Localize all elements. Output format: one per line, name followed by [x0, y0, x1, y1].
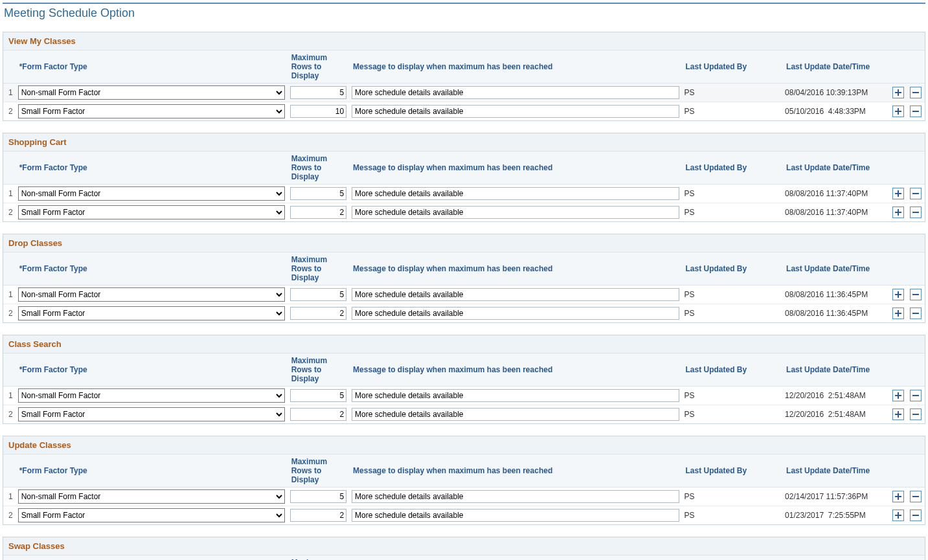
col-header-form-factor: Form Factor Type [16, 50, 288, 84]
col-header-form-factor: Form Factor Type [16, 353, 288, 386]
col-header-message: Message to display when maximum has been… [349, 252, 681, 286]
updated-by-value: PS [685, 107, 695, 116]
add-row-button[interactable] [892, 87, 904, 98]
row-number: 1 [3, 286, 16, 304]
max-rows-input[interactable] [290, 86, 346, 99]
form-factor-select[interactable]: Non-small Form FactorSmall Form Factor [18, 508, 285, 522]
update-datetime-value: 12/20/2016 2:51:48AM [785, 410, 866, 419]
delete-row-button[interactable] [910, 409, 922, 420]
minus-icon [912, 107, 920, 115]
form-factor-select[interactable]: Non-small Form FactorSmall Form Factor [18, 85, 285, 100]
section: Update ClassesForm Factor TypeMaximum Ro… [3, 436, 925, 525]
max-rows-input[interactable] [290, 105, 346, 118]
form-factor-select[interactable]: Non-small Form FactorSmall Form Factor [18, 205, 285, 219]
form-factor-select[interactable]: Non-small Form FactorSmall Form Factor [18, 407, 285, 421]
data-grid: Form Factor TypeMaximum Rows to DisplayM… [3, 353, 925, 423]
message-input[interactable] [352, 86, 679, 99]
add-row-button[interactable] [892, 409, 904, 420]
plus-icon [894, 309, 902, 317]
section-title: Drop Classes [3, 234, 925, 252]
add-row-button[interactable] [892, 491, 904, 502]
plus-icon [894, 493, 902, 500]
col-header-form-factor: Form Factor Type [16, 454, 288, 487]
col-header-updated-by: Last Updated By [682, 454, 783, 487]
add-row-button[interactable] [892, 390, 904, 401]
add-row-button[interactable] [892, 188, 904, 199]
message-input[interactable] [352, 490, 679, 503]
plus-icon [894, 89, 902, 96]
form-factor-select[interactable]: Non-small Form FactorSmall Form Factor [18, 306, 285, 320]
message-input[interactable] [352, 307, 679, 320]
message-input[interactable] [352, 389, 679, 402]
section-title: Update Classes [3, 436, 925, 454]
updated-by-value: PS [685, 309, 695, 318]
col-header-update-dt: Last Update Date/Time [782, 555, 890, 560]
form-factor-select[interactable]: Non-small Form FactorSmall Form Factor [18, 388, 285, 403]
row-number: 2 [3, 506, 16, 525]
update-datetime-value: 05/10/2016 4:48:33PM [785, 107, 866, 116]
max-rows-input[interactable] [290, 187, 346, 200]
table-row: 2Non-small Form FactorSmall Form FactorP… [3, 203, 925, 222]
delete-row-button[interactable] [910, 289, 922, 300]
updated-by-value: PS [685, 391, 695, 400]
section: Shopping CartForm Factor TypeMaximum Row… [3, 133, 925, 222]
col-header-updated-by: Last Updated By [682, 50, 783, 84]
minus-icon [912, 309, 920, 317]
form-factor-select[interactable]: Non-small Form FactorSmall Form Factor [18, 489, 285, 504]
message-input[interactable] [352, 408, 679, 421]
message-input[interactable] [352, 206, 679, 219]
add-row-button[interactable] [892, 308, 904, 319]
add-row-button[interactable] [892, 207, 904, 218]
update-datetime-value: 12/20/2016 2:51:48AM [785, 391, 866, 400]
col-header-max-rows: Maximum Rows to Display [288, 151, 349, 185]
add-row-button[interactable] [892, 289, 904, 300]
form-factor-select[interactable]: Non-small Form FactorSmall Form Factor [18, 104, 285, 118]
data-grid: Form Factor TypeMaximum Rows to DisplayM… [3, 151, 925, 221]
add-row-button[interactable] [892, 106, 904, 117]
update-datetime-value: 08/04/2016 10:39:13PM [785, 88, 868, 97]
section-title: Swap Classes [3, 537, 925, 555]
col-header-updated-by: Last Updated By [682, 353, 783, 386]
plus-icon [894, 107, 902, 115]
form-factor-select[interactable]: Non-small Form FactorSmall Form Factor [18, 287, 285, 302]
data-grid: Form Factor TypeMaximum Rows to DisplayM… [3, 555, 925, 560]
delete-row-button[interactable] [910, 491, 922, 502]
table-row: 1Non-small Form FactorSmall Form FactorP… [3, 386, 925, 405]
message-input[interactable] [352, 288, 679, 301]
table-row: 1Non-small Form FactorSmall Form FactorP… [3, 487, 925, 506]
row-number: 2 [3, 304, 16, 323]
max-rows-input[interactable] [290, 288, 346, 301]
delete-row-button[interactable] [910, 390, 922, 401]
message-input[interactable] [352, 105, 679, 118]
add-row-button[interactable] [892, 510, 904, 521]
col-header-max-rows: Maximum Rows to Display [288, 353, 349, 386]
updated-by-value: PS [685, 88, 695, 97]
updated-by-value: PS [685, 208, 695, 217]
update-datetime-value: 08/08/2016 11:36:45PM [785, 309, 868, 318]
col-header-updated-by: Last Updated By [682, 252, 783, 286]
message-input[interactable] [352, 509, 679, 522]
delete-row-button[interactable] [910, 106, 922, 117]
max-rows-input[interactable] [290, 389, 346, 402]
table-row: 2Non-small Form FactorSmall Form FactorP… [3, 304, 925, 323]
delete-row-button[interactable] [910, 87, 922, 98]
max-rows-input[interactable] [290, 509, 346, 522]
row-number: 2 [3, 102, 16, 121]
data-grid: Form Factor TypeMaximum Rows to DisplayM… [3, 252, 925, 322]
max-rows-input[interactable] [290, 408, 346, 421]
delete-row-button[interactable] [910, 308, 922, 319]
delete-row-button[interactable] [910, 207, 922, 218]
update-datetime-value: 02/14/2017 11:57:36PM [785, 492, 868, 501]
form-factor-select[interactable]: Non-small Form FactorSmall Form Factor [18, 186, 285, 201]
col-header-message: Message to display when maximum has been… [349, 50, 681, 84]
minus-icon [912, 493, 920, 500]
message-input[interactable] [352, 187, 679, 200]
max-rows-input[interactable] [290, 206, 346, 219]
row-number: 1 [3, 185, 16, 203]
delete-row-button[interactable] [910, 510, 922, 521]
table-row: 2Non-small Form FactorSmall Form FactorP… [3, 102, 925, 121]
max-rows-input[interactable] [290, 490, 346, 503]
delete-row-button[interactable] [910, 188, 922, 199]
max-rows-input[interactable] [290, 307, 346, 320]
minus-icon [912, 511, 920, 519]
